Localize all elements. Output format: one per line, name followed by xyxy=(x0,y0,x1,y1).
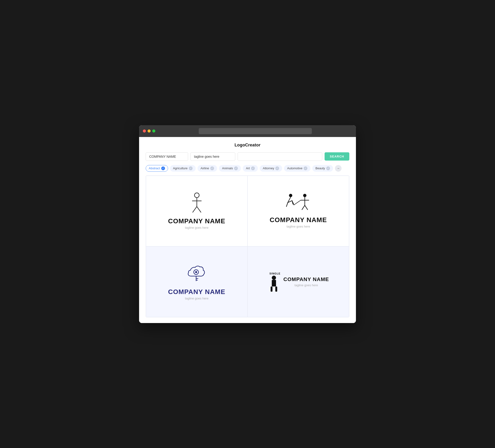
filter-chip-agriculture[interactable]: Agriculture✓ xyxy=(170,165,196,172)
filter-label-animals: Animals xyxy=(222,167,233,170)
logo1-tagline: tagline goes here xyxy=(185,226,209,229)
filter-chip-automotive[interactable]: Automotive✓ xyxy=(284,165,310,172)
extra-input[interactable] xyxy=(238,152,322,161)
logo4-text-block: COMPANY NAME tagline goes here xyxy=(283,276,329,287)
tagline-input[interactable] xyxy=(191,152,235,161)
check-icon-attorney: ✓ xyxy=(275,167,279,170)
filter-label-abstract: Abstract xyxy=(149,167,160,170)
check-icon-agriculture: ✓ xyxy=(189,167,192,170)
logo4-company: COMPANY NAME xyxy=(283,276,329,282)
svg-point-15 xyxy=(195,271,197,273)
search-bar: SEARCH xyxy=(146,152,349,161)
browser-toolbar xyxy=(139,125,356,137)
check-icon-animals: ✓ xyxy=(234,167,238,170)
filter-label-automotive: Automotive xyxy=(287,167,302,170)
browser-window: LogoCreator SEARCH Abstract✓Agriculture✓… xyxy=(139,125,356,323)
minimize-button[interactable] xyxy=(148,129,151,133)
logo4-inline-container: SINGLE COMPANY NAME tagline goes here xyxy=(268,271,329,292)
check-icon-airline: ✓ xyxy=(210,167,214,170)
check-icon-abstract: ✓ xyxy=(161,167,165,170)
filter-label-art: Art xyxy=(246,167,250,170)
filter-chip-animals[interactable]: Animals✓ xyxy=(219,165,241,172)
logo-card-2[interactable]: COMPANY NAME tagline goes here xyxy=(248,176,349,246)
svg-rect-21 xyxy=(272,280,276,286)
check-icon-automotive: ✓ xyxy=(303,167,307,170)
svg-line-11 xyxy=(302,205,305,210)
filter-next-button[interactable]: → xyxy=(335,165,342,172)
check-icon-art: ✓ xyxy=(251,167,255,170)
svg-point-8 xyxy=(303,194,306,197)
svg-line-13 xyxy=(294,200,301,205)
handshake-icon xyxy=(286,194,311,212)
app-title: LogoCreator xyxy=(146,143,349,148)
close-button[interactable] xyxy=(143,129,146,133)
logo-card-1[interactable]: COMPANY NAME tagline goes here xyxy=(146,176,248,246)
app-content: LogoCreator SEARCH Abstract✓Agriculture✓… xyxy=(139,137,356,323)
filter-chip-airline[interactable]: Airline✓ xyxy=(197,165,217,172)
filter-chip-beauty[interactable]: Beauty✓ xyxy=(312,165,333,172)
logo-card-3[interactable]: COMPANY NAME tagline goes here xyxy=(146,246,248,317)
filter-chip-art[interactable]: Art✓ xyxy=(243,165,258,172)
single-person-icon: SINGLE xyxy=(268,271,280,292)
maximize-button[interactable] xyxy=(152,129,155,133)
svg-line-3 xyxy=(192,207,197,212)
svg-rect-23 xyxy=(275,286,277,292)
search-button[interactable]: SEARCH xyxy=(325,152,349,161)
filter-label-attorney: Attorney xyxy=(263,167,274,170)
person-outline-icon xyxy=(190,192,204,214)
logo3-tagline: tagline goes here xyxy=(185,297,209,300)
svg-line-12 xyxy=(305,205,308,210)
svg-point-0 xyxy=(194,193,199,197)
svg-line-6 xyxy=(286,203,288,207)
filter-chip-attorney[interactable]: Attorney✓ xyxy=(260,165,282,172)
logo1-company: COMPANY NAME xyxy=(168,217,225,225)
cloud-key-icon xyxy=(186,263,207,284)
svg-rect-22 xyxy=(271,286,273,292)
logo3-company: COMPANY NAME xyxy=(168,288,225,296)
svg-text:SINGLE: SINGLE xyxy=(269,272,280,275)
company-name-input[interactable] xyxy=(146,152,188,161)
address-bar xyxy=(199,128,312,134)
logo-card-4[interactable]: SINGLE COMPANY NAME tagline goes here xyxy=(248,246,349,317)
filter-bar: Abstract✓Agriculture✓Airline✓Animals✓Art… xyxy=(146,165,349,172)
svg-point-20 xyxy=(272,276,276,280)
logo2-tagline: tagline goes here xyxy=(287,225,310,228)
traffic-lights xyxy=(143,129,155,133)
filter-label-airline: Airline xyxy=(201,167,209,170)
logo-grid: COMPANY NAME tagline goes here xyxy=(146,175,349,317)
filter-label-agriculture: Agriculture xyxy=(173,167,188,170)
filter-chip-abstract[interactable]: Abstract✓ xyxy=(146,165,168,172)
svg-point-5 xyxy=(289,194,292,197)
check-icon-beauty: ✓ xyxy=(326,167,330,170)
logo4-tagline: tagline goes here xyxy=(283,283,329,287)
logo2-company: COMPANY NAME xyxy=(270,216,327,224)
filter-label-beauty: Beauty xyxy=(315,167,325,170)
svg-line-4 xyxy=(197,207,201,212)
